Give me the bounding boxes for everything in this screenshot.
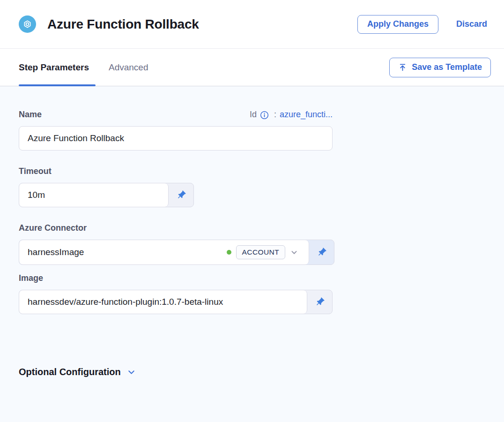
timeout-label: Timeout	[19, 166, 334, 176]
name-input[interactable]	[19, 126, 333, 151]
azure-connector-label: Azure Connector	[19, 223, 334, 233]
info-icon[interactable]	[260, 111, 269, 120]
page-title: Azure Function Rollback	[47, 17, 357, 32]
step-parameters-panel: Name Id : azure_functi... Timeout	[0, 86, 504, 422]
panel-header: Azure Function Rollback Apply Changes Di…	[0, 0, 504, 49]
azure-function-step-icon	[19, 15, 36, 33]
chevron-down-icon	[126, 367, 136, 377]
azure-connector-select[interactable]: harnessImage ACCOUNT	[19, 240, 309, 264]
image-label: Image	[19, 273, 334, 283]
tab-step-parameters[interactable]: Step Parameters	[19, 49, 96, 86]
image-field	[19, 290, 333, 314]
id-label: Id	[250, 110, 257, 120]
connector-pin-button[interactable]	[309, 240, 334, 264]
hexagon-nut-icon	[22, 19, 33, 30]
upload-icon	[398, 63, 407, 72]
discard-button[interactable]: Discard	[456, 19, 487, 29]
image-input[interactable]	[19, 290, 307, 314]
pin-icon	[317, 247, 327, 257]
pin-icon	[176, 190, 186, 200]
image-pin-button[interactable]	[307, 290, 332, 314]
timeout-field	[19, 183, 194, 207]
azure-connector-field: harnessImage ACCOUNT	[19, 240, 334, 265]
name-label: Name	[19, 110, 42, 120]
tab-bar: Step Parameters Advanced Save as Templat…	[0, 49, 504, 86]
header-actions: Apply Changes Discard	[357, 15, 487, 34]
apply-changes-button[interactable]: Apply Changes	[357, 15, 438, 34]
tab-label: Advanced	[109, 62, 148, 73]
tab-label: Step Parameters	[19, 62, 89, 73]
connector-value: harnessImage	[28, 247, 227, 257]
timeout-input[interactable]	[19, 183, 169, 207]
save-as-template-label: Save as Template	[412, 62, 482, 72]
tab-advanced[interactable]: Advanced	[109, 49, 155, 86]
save-as-template-button[interactable]: Save as Template	[389, 58, 491, 77]
step-id-row: Id : azure_functi...	[250, 110, 333, 120]
connector-scope-badge: ACCOUNT	[236, 245, 285, 259]
chevron-down-icon	[289, 247, 299, 257]
optional-configuration-toggle[interactable]: Optional Configuration	[19, 367, 136, 377]
step-id-value[interactable]: azure_functi...	[280, 110, 333, 120]
optional-configuration-label: Optional Configuration	[19, 367, 121, 377]
timeout-pin-button[interactable]	[169, 183, 193, 207]
connector-status-dot	[227, 250, 231, 255]
pin-icon	[315, 297, 325, 307]
id-separator: :	[274, 110, 276, 120]
